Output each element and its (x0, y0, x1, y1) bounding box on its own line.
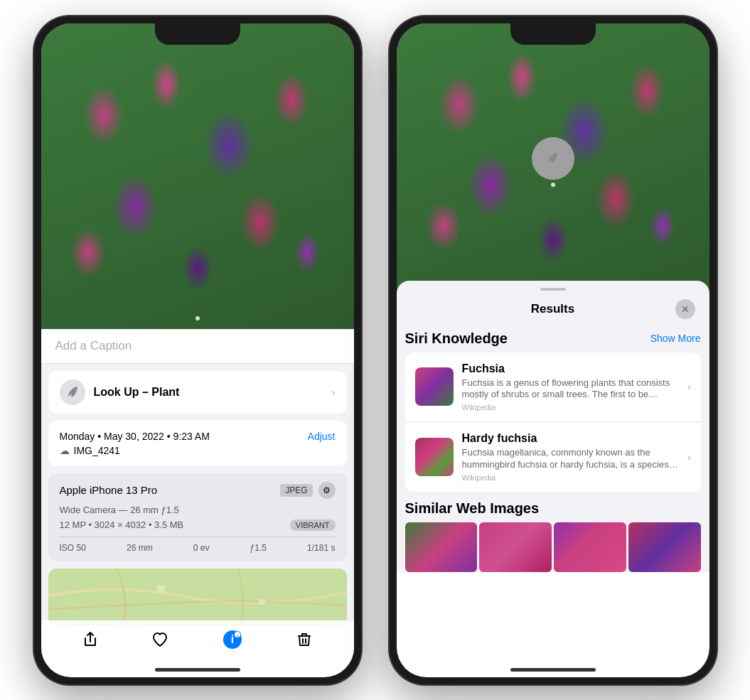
lookup-row[interactable]: Look Up – Plant › (48, 371, 347, 414)
info-button[interactable]: i i (222, 629, 243, 655)
close-button[interactable]: ✕ (675, 299, 695, 319)
exif-row: ISO 50 26 mm 0 ev ƒ1.5 1/181 s (60, 537, 336, 553)
fuchsia-source: Wikipedia (462, 403, 679, 411)
toolbar: i i (41, 620, 354, 663)
right-phone: Results ✕ Siri Knowledge Show More Fuchs… (390, 16, 717, 684)
camera-specs: Wide Camera — 26 mm ƒ1.5 (60, 505, 336, 515)
exif-ev: 0 ev (193, 543, 210, 553)
show-more-button[interactable]: Show More (650, 333, 701, 344)
photo-image (41, 23, 354, 329)
knowledge-item-hardy[interactable]: Hardy fuchsia Fuchsia magellanica, commo… (405, 422, 701, 492)
svg-rect-0 (48, 569, 347, 623)
share-button[interactable] (82, 631, 99, 652)
fuchsia-thumb (415, 367, 454, 406)
hardy-chevron: › (687, 451, 691, 463)
map-section (48, 569, 347, 625)
similar-img-2[interactable] (479, 522, 552, 572)
exif-focal: 26 mm (127, 543, 153, 553)
lookup-label: Look Up – Plant (94, 386, 180, 399)
knowledge-item-fuchsia[interactable]: Fuchsia Fuchsia is a genus of flowering … (405, 352, 701, 423)
hardy-source: Wikipedia (462, 473, 679, 482)
fuchsia-name: Fuchsia (462, 362, 679, 375)
right-notch (510, 23, 596, 45)
home-indicator (155, 668, 240, 672)
cloud-icon: ☁ (60, 445, 70, 456)
vibrant-badge: VIBRANT (290, 519, 336, 531)
page-indicator (195, 316, 200, 321)
info-area: Add a Caption Look Up – Plant › Monday •… (41, 329, 354, 625)
svg-rect-1 (156, 585, 164, 592)
hardy-name: Hardy fuchsia (462, 432, 679, 445)
format-badge: JPEG (280, 484, 312, 497)
sheet-content: Siri Knowledge Show More Fuchsia Fuchsia… (397, 325, 709, 573)
fuchsia-text: Fuchsia Fuchsia is a genus of flowering … (462, 362, 679, 412)
hardy-text: Hardy fuchsia Fuchsia magellanica, commo… (462, 432, 679, 482)
settings-circle: ⚙ (318, 482, 336, 499)
siri-dot (551, 183, 555, 187)
lookup-chevron: › (332, 387, 336, 398)
left-phone: Add a Caption Look Up – Plant › Monday •… (34, 16, 361, 684)
similar-section: Similar Web Images (405, 500, 701, 572)
exif-iso: ISO 50 (60, 543, 86, 553)
notch (155, 23, 240, 45)
right-photo (397, 23, 709, 294)
fuchsia-chevron: › (687, 381, 691, 392)
caption-placeholder[interactable]: Add a Caption (55, 339, 132, 352)
knowledge-card: Fuchsia Fuchsia is a genus of flowering … (405, 352, 701, 492)
exif-shutter: 1/181 s (307, 543, 335, 553)
hardy-thumb (415, 438, 454, 476)
hardy-desc: Fuchsia magellanica, commonly known as t… (462, 447, 679, 471)
caption-section: Add a Caption (41, 329, 354, 364)
meta-section: Monday • May 30, 2022 • 9:23 AM Adjust ☁… (48, 421, 347, 466)
similar-img-4[interactable] (628, 522, 701, 572)
delete-button[interactable] (296, 631, 313, 652)
exif-aperture: ƒ1.5 (250, 543, 267, 553)
adjust-button[interactable]: Adjust (308, 431, 336, 442)
siri-knowledge-header: Siri Knowledge Show More (405, 330, 701, 347)
svg-rect-2 (258, 598, 265, 604)
similar-img-3[interactable] (554, 522, 626, 572)
lookup-icon (60, 379, 85, 405)
resolution-text: 12 MP • 3024 × 4032 • 3.5 MB (60, 519, 184, 530)
fuchsia-desc: Fuchsia is a genus of flowering plants t… (462, 377, 679, 402)
similar-images-grid (405, 522, 701, 572)
results-title: Results (431, 302, 675, 316)
right-home-indicator (510, 668, 596, 672)
results-sheet: Results ✕ Siri Knowledge Show More Fuchs… (397, 281, 709, 573)
siri-knowledge-title: Siri Knowledge (405, 330, 508, 347)
filename: IMG_4241 (74, 445, 120, 456)
sheet-header: Results ✕ (397, 291, 709, 325)
device-name: Apple iPhone 13 Pro (60, 484, 158, 496)
device-section: Apple iPhone 13 Pro JPEG ⚙ Wide Camera —… (48, 473, 347, 561)
siri-visual-button[interactable] (532, 137, 574, 180)
svg-text:i: i (231, 633, 234, 645)
similar-img-1[interactable] (405, 522, 478, 572)
heart-button[interactable] (151, 631, 168, 652)
similar-title: Similar Web Images (405, 500, 701, 517)
date-text: Monday • May 30, 2022 • 9:23 AM (60, 431, 210, 442)
